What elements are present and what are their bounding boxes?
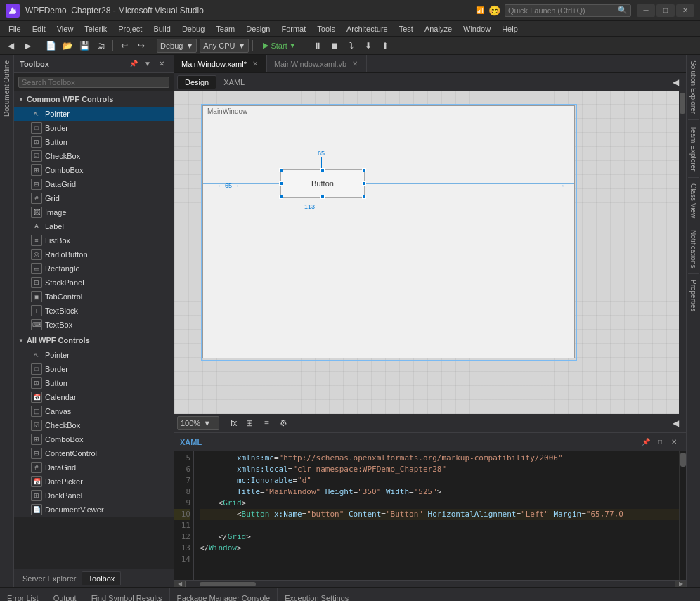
menu-architecture[interactable]: Architecture [341, 23, 394, 34]
properties-tab[interactable]: Properties [688, 274, 699, 318]
xaml-editor-content[interactable]: 5 6 7 8 9 10 11 12 13 14 xmlns:mc="http:… [174, 451, 686, 580]
team-explorer-tab[interactable]: Team Explorer [688, 120, 699, 177]
minimize-button[interactable]: ─ [637, 4, 655, 17]
toolbox-item-dockpanel[interactable]: ⊞ DockPanel [14, 489, 174, 503]
handle-tm[interactable] [320, 168, 325, 172]
toolbox-item-combobox[interactable]: ⊞ ComboBox [14, 163, 174, 177]
category-all-wpf-header[interactable]: ▼ All WPF Controls [14, 332, 174, 348]
toolbox-item-datagrid-2[interactable]: # DataGrid [14, 460, 174, 474]
restore-button[interactable]: □ [656, 4, 675, 17]
toolbox-item-canvas[interactable]: ◫ Canvas [14, 404, 174, 418]
platform-dropdown[interactable]: Any CPU ▼ [200, 39, 249, 53]
bottom-tab-find-symbol[interactable]: Find Symbol Results [84, 588, 170, 601]
close-button[interactable]: ✕ [676, 4, 694, 17]
menu-file[interactable]: File [3, 23, 27, 34]
toolbox-item-stackpanel[interactable]: ⊟ StackPanel [14, 276, 174, 290]
toolbar-go-forward[interactable]: ▶ [20, 39, 35, 53]
menu-design[interactable]: Design [240, 23, 276, 34]
scroll-left-btn[interactable]: ◀ [174, 581, 186, 588]
design-scrollbar-v[interactable] [679, 91, 686, 414]
properties-btn[interactable]: ⚙ [276, 416, 291, 430]
grid-view-btn[interactable]: ⊞ [242, 416, 257, 430]
toolbox-menu-icon[interactable]: ▼ [141, 58, 154, 70]
menu-format[interactable]: Format [276, 23, 311, 34]
notifications-tab[interactable]: Notifications [688, 224, 699, 274]
menu-tools[interactable]: Tools [311, 23, 341, 34]
toolbox-close-icon[interactable]: ✕ [155, 58, 168, 70]
debug-config-dropdown[interactable]: Debug ▼ [157, 39, 197, 53]
toolbox-item-listbox[interactable]: ≡ ListBox [14, 233, 174, 247]
start-button[interactable]: ▶ Start ▼ [257, 39, 302, 53]
tab-close-vb[interactable]: ✕ [351, 59, 359, 68]
solution-explorer-tab[interactable]: Solution Explorer [688, 55, 699, 120]
xaml-pin-icon[interactable]: 📌 [640, 436, 652, 448]
toolbox-item-rectangle[interactable]: ▭ Rectangle [14, 261, 174, 276]
toolbar-save-all[interactable]: 🗂 [93, 39, 109, 53]
toolbox-item-grid[interactable]: # Grid [14, 191, 174, 205]
toolbox-item-textblock[interactable]: T TextBlock [14, 304, 174, 318]
toolbox-item-border[interactable]: □ Border [14, 121, 174, 135]
tab-mainwindow-vb[interactable]: MainWindow.xaml.vb ✕ [267, 55, 367, 72]
server-explorer-tab[interactable]: Server Explorer [17, 572, 82, 585]
toolbar-save[interactable]: 💾 [77, 39, 92, 53]
toolbox-item-documentviewer[interactable]: 📄 DocumentViewer [14, 503, 174, 517]
scroll-right-btn[interactable]: ▶ [675, 581, 686, 588]
xaml-expand-icon[interactable]: □ [654, 436, 666, 448]
toolbox-item-checkbox[interactable]: ☑ CheckBox [14, 149, 174, 163]
toolbox-item-pointer-1[interactable]: ↖ Pointer [14, 107, 174, 121]
toolbox-item-contentcontrol[interactable]: ⊟ ContentControl [14, 446, 174, 460]
collapse-xaml-btn[interactable]: ◀ [668, 416, 683, 430]
bottom-tab-exceptions[interactable]: Exception Settings [278, 588, 356, 601]
toolbox-pin-icon[interactable]: 📌 [127, 58, 140, 70]
menu-project[interactable]: Project [112, 23, 148, 34]
bottom-tab-package-manager[interactable]: Package Manager Console [170, 588, 278, 601]
toolbox-item-label[interactable]: A Label [14, 219, 174, 233]
handle-bm[interactable] [320, 195, 325, 199]
menu-edit[interactable]: Edit [27, 23, 51, 34]
toolbar-undo[interactable]: ↩ [117, 39, 132, 53]
handle-bl[interactable] [279, 195, 283, 199]
fx-button[interactable]: fx [227, 416, 240, 430]
menu-team[interactable]: Team [210, 23, 240, 34]
toolbar-open[interactable]: 📂 [60, 39, 75, 53]
doc-outline-tab[interactable]: Document Outline [1, 55, 12, 122]
menu-window[interactable]: Window [458, 23, 496, 34]
handle-ml[interactable] [279, 181, 283, 186]
menu-telerik[interactable]: Telerik [79, 23, 112, 34]
toolbox-item-image[interactable]: 🖼 Image [14, 205, 174, 219]
menu-view[interactable]: View [51, 23, 79, 34]
menu-test[interactable]: Test [394, 23, 419, 34]
toolbar-step-over[interactable]: ⤵ [344, 39, 359, 53]
handle-br[interactable] [362, 195, 366, 199]
bottom-tab-output[interactable]: Output [46, 588, 84, 601]
toolbar-debug-btn[interactable]: ⏸ [310, 39, 325, 53]
toolbox-item-textbox[interactable]: ⌨ TextBox [14, 318, 174, 332]
toolbox-item-checkbox-2[interactable]: ☑ CheckBox [14, 418, 174, 432]
menu-debug[interactable]: Debug [176, 23, 210, 34]
menu-build[interactable]: Build [148, 23, 176, 34]
xaml-close-icon[interactable]: ✕ [668, 436, 680, 448]
design-tab[interactable]: Design [177, 75, 216, 89]
toolbox-item-pointer-2[interactable]: ↖ Pointer [14, 348, 174, 362]
class-view-tab[interactable]: Class View [688, 178, 699, 224]
toolbox-item-border-2[interactable]: □ Border [14, 362, 174, 376]
design-button-control[interactable]: Button [280, 169, 365, 198]
list-view-btn[interactable]: ≡ [259, 416, 274, 430]
toolbox-search-bar[interactable] [14, 73, 174, 91]
tab-mainwindow-xaml[interactable]: MainWindow.xaml* ✕ [174, 55, 267, 72]
design-canvas[interactable]: MainWindow 65 Button [202, 105, 575, 358]
toolbox-item-radiobutton[interactable]: ◎ RadioButton [14, 247, 174, 261]
xaml-tab-toggle[interactable]: XAML [216, 76, 252, 89]
handle-mr[interactable] [362, 181, 366, 186]
toolbar-redo[interactable]: ↪ [134, 39, 149, 53]
toolbox-tab[interactable]: Toolbox [82, 571, 121, 585]
toolbox-item-datepicker[interactable]: 📅 DatePicker [14, 474, 174, 489]
category-common-wpf-header[interactable]: ▼ Common WPF Controls [14, 91, 174, 107]
search-toolbox-input[interactable] [18, 77, 169, 88]
handle-tl[interactable] [279, 168, 283, 172]
code-content[interactable]: xmlns:mc="http://schemas.openxmlformats.… [194, 451, 679, 580]
toolbox-item-calendar[interactable]: 📅 Calendar [14, 390, 174, 404]
design-canvas-area[interactable]: MainWindow 65 Button [174, 91, 686, 414]
toolbar-stop[interactable]: ⏹ [327, 39, 342, 53]
toolbox-item-button[interactable]: ⊡ Button [14, 135, 174, 149]
